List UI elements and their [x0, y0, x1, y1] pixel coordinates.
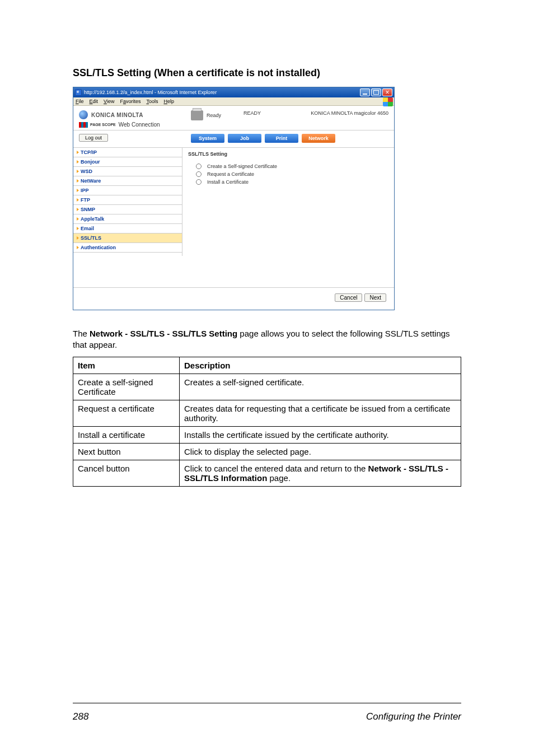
chevron-right-icon: [77, 246, 79, 249]
content-pane: SSL/TLS Setting Create a Self-signed Cer…: [182, 148, 394, 256]
table-row: Create a self-signed Certificate Creates…: [73, 374, 461, 400]
status-label: Ready: [207, 113, 221, 118]
next-button[interactable]: Next: [364, 293, 386, 302]
page-number: 288: [73, 711, 88, 722]
logout-button[interactable]: Log out: [79, 134, 108, 142]
cell-desc: Creates a self-signed certificate.: [180, 374, 461, 400]
menu-help[interactable]: Help: [163, 99, 174, 104]
cell-item: Install a certificate: [73, 426, 180, 443]
menu-view[interactable]: View: [104, 99, 114, 104]
chevron-right-icon: [77, 179, 79, 183]
table-row: Next button Click to display the selecte…: [73, 443, 461, 460]
menu-tools[interactable]: Tools: [146, 99, 158, 104]
sidebar-item-ssltls[interactable]: SSL/TLS: [73, 234, 182, 243]
table-row: Install a certificate Installs the certi…: [73, 426, 461, 443]
chevron-right-icon: [77, 189, 79, 192]
chevron-right-icon: [77, 198, 79, 202]
tab-bar: System Job Print Network: [191, 134, 335, 143]
ie-icon: [75, 89, 82, 96]
sidebar-item-snmp[interactable]: SNMP: [73, 205, 182, 214]
pagescope-label: PAGE SCOPE: [90, 123, 116, 127]
tab-print[interactable]: Print: [265, 134, 298, 143]
browser-titlebar: http://192.168.1.2/a_index.html - Micros…: [73, 87, 394, 97]
settings-table: Item Description Create a self-signed Ce…: [73, 357, 461, 487]
menu-edit[interactable]: Edit: [90, 99, 99, 104]
chevron-right-icon: [77, 160, 79, 164]
konica-logo-icon: [79, 110, 88, 119]
description-paragraph: The Network - SSL/TLS - SSL/TLS Setting …: [73, 328, 461, 351]
cell-desc: Click to cancel the entered data and ret…: [180, 460, 461, 486]
cell-item: Request a certificate: [73, 400, 180, 426]
radio-create-selfsigned[interactable]: Create a Self-signed Certificate: [196, 164, 388, 169]
radio-input[interactable]: [196, 164, 202, 169]
radio-label: Create a Self-signed Certificate: [207, 164, 277, 169]
cell-desc: Installs the certificate issued by the c…: [180, 426, 461, 443]
table-row: Cancel button Click to cancel the entere…: [73, 460, 461, 486]
pagescope-icon: [79, 122, 88, 128]
browser-menubar: File Edit View Favorites Tools Help: [73, 97, 394, 106]
menu-favorites[interactable]: Favorites: [120, 99, 140, 104]
sidebar-item-email[interactable]: Email: [73, 224, 182, 234]
radio-input[interactable]: [196, 171, 202, 177]
table-header-item: Item: [73, 357, 180, 374]
chevron-right-icon: [77, 151, 79, 154]
radio-label: Request a Certificate: [207, 171, 254, 177]
chevron-right-icon: [77, 208, 79, 211]
radio-input[interactable]: [196, 179, 202, 185]
browser-window: http://192.168.1.2/a_index.html - Micros…: [73, 87, 395, 310]
sidebar-item-wsd[interactable]: WSD: [73, 167, 182, 176]
cell-item: Cancel button: [73, 460, 180, 486]
chevron-right-icon: [77, 227, 79, 230]
status-value: READY: [243, 110, 261, 116]
sidebar-item-bonjour[interactable]: Bonjour: [73, 157, 182, 167]
sidebar-item-tcpip[interactable]: TCP/IP: [73, 148, 182, 157]
page-footer-title: Configuring the Printer: [366, 711, 461, 722]
sidebar: TCP/IP Bonjour WSD NetWare IPP FTP SNMP …: [73, 148, 182, 256]
radio-install-cert[interactable]: Install a Certificate: [196, 179, 388, 185]
content-footer: Cancel Next: [73, 288, 394, 310]
radio-label: Install a Certificate: [207, 179, 249, 185]
chevron-right-icon: [77, 170, 79, 173]
menu-file[interactable]: File: [76, 99, 84, 104]
tab-network[interactable]: Network: [302, 134, 335, 143]
radio-request-cert[interactable]: Request a Certificate: [196, 171, 388, 177]
table-header-desc: Description: [180, 357, 461, 374]
cancel-button[interactable]: Cancel: [335, 293, 362, 302]
tab-job[interactable]: Job: [228, 134, 261, 143]
cell-desc: Click to display the selected page.: [180, 443, 461, 460]
maximize-button[interactable]: [371, 88, 381, 96]
sidebar-item-appletalk[interactable]: AppleTalk: [73, 214, 182, 224]
cell-item: Create a self-signed Certificate: [73, 374, 180, 400]
cell-item: Next button: [73, 443, 180, 460]
sidebar-item-authentication[interactable]: Authentication: [73, 243, 182, 253]
table-row: Request a certificate Creates data for r…: [73, 400, 461, 426]
chevron-right-icon: [77, 236, 79, 240]
minimize-button[interactable]: [360, 88, 370, 96]
chevron-right-icon: [77, 217, 79, 221]
sidebar-item-ipp[interactable]: IPP: [73, 186, 182, 195]
section-heading: SSL/TLS Setting (When a certificate is n…: [73, 67, 461, 79]
footer-rule: [73, 703, 461, 703]
content-title: SSL/TLS Setting: [188, 151, 388, 157]
app-header: KONICA MINOLTA PAGE SCOPE Web Connection…: [73, 106, 394, 130]
windows-logo-icon: [383, 97, 393, 106]
device-name: KONICA MINOLTA magicolor 4650: [311, 110, 388, 128]
brand-name: KONICA MINOLTA: [91, 112, 143, 118]
printer-icon: [191, 110, 203, 120]
cell-desc: Creates data for requesting that a certi…: [180, 400, 461, 426]
sidebar-item-ftp[interactable]: FTP: [73, 195, 182, 205]
web-connection-label: Web Connection: [119, 122, 160, 128]
browser-title: http://192.168.1.2/a_index.html - Micros…: [84, 90, 217, 95]
sidebar-item-netware[interactable]: NetWare: [73, 176, 182, 186]
window-controls: [360, 88, 392, 96]
close-button[interactable]: [382, 88, 392, 96]
tab-system[interactable]: System: [191, 134, 224, 143]
